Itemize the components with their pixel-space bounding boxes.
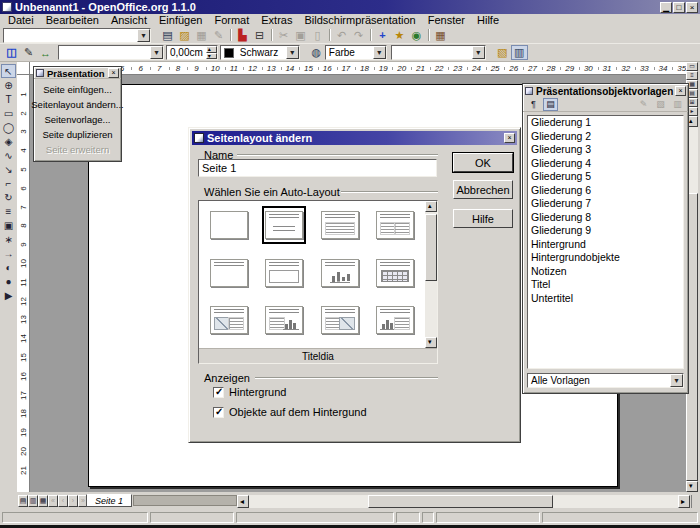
presentation-styles-icon[interactable]: ▤ <box>543 98 558 111</box>
layout-text-chart[interactable] <box>262 301 306 339</box>
export-pdf-icon[interactable]: ▙ <box>234 28 251 43</box>
lines-arrows-icon[interactable]: ↘ <box>1 162 16 176</box>
save-icon[interactable]: ▦ <box>193 28 210 43</box>
layout-picture-text[interactable] <box>207 301 251 339</box>
fill-color-combobox[interactable] <box>391 45 486 60</box>
style-item[interactable]: Gliederung 9 <box>528 224 683 238</box>
presentation-icon[interactable]: ▶ <box>1 288 16 302</box>
style-item[interactable]: Gliederung 1 <box>528 116 683 130</box>
scrollbar-thumb[interactable] <box>425 214 437 281</box>
fill-format-icon[interactable]: ✎ <box>636 98 651 111</box>
cancel-button[interactable]: Abbrechen <box>453 180 513 199</box>
palette-close-button[interactable]: × <box>108 68 119 78</box>
select-icon[interactable]: ↖ <box>1 64 16 78</box>
redo-icon[interactable]: ↷ <box>350 28 367 43</box>
style-item[interactable]: Titel <box>528 278 683 292</box>
scroll-right-icon[interactable] <box>678 495 690 508</box>
presentation-box-icon[interactable]: ▥ <box>511 45 528 60</box>
paragraph-styles-icon[interactable]: ¶ <box>526 98 541 111</box>
controls-icon[interactable]: ◉ <box>408 28 425 43</box>
style-item[interactable]: Gliederung 7 <box>528 197 683 211</box>
zoom-page-icon[interactable]: ◫ <box>3 45 20 60</box>
style-item[interactable]: Gliederung 4 <box>528 157 683 171</box>
layout-title-only[interactable] <box>207 254 251 292</box>
style-item[interactable]: Hintergrund <box>528 238 683 252</box>
rectangle-icon[interactable]: ▭ <box>1 106 16 120</box>
dropdown-arrow-icon[interactable] <box>472 46 485 59</box>
modify-page-layout-item[interactable]: Seitenlayout ändern... <box>34 97 121 112</box>
open-icon[interactable]: ▨ <box>176 28 193 43</box>
text-icon[interactable]: T <box>1 92 16 106</box>
scrollbar-thumb[interactable] <box>368 495 553 508</box>
style-item[interactable]: Gliederung 3 <box>528 143 683 157</box>
arrowheads-icon[interactable]: ↔ <box>37 45 54 60</box>
style-item[interactable]: Gliederung 6 <box>528 184 683 198</box>
help-button[interactable]: Hilfe <box>453 209 513 228</box>
menu-item[interactable]: Ansicht <box>105 14 153 27</box>
layout-blank[interactable] <box>207 206 251 244</box>
gluepoints-icon[interactable]: ● <box>1 274 16 288</box>
arrange-icon[interactable]: ▣ <box>1 218 16 232</box>
dropdown-arrow-icon[interactable] <box>373 46 386 59</box>
ellipse-icon[interactable]: ◯ <box>1 120 16 134</box>
connector-icon[interactable]: ⌐ <box>1 176 16 190</box>
menu-item[interactable]: Einfügen <box>153 14 208 27</box>
menu-item[interactable]: Hilfe <box>471 14 505 27</box>
line-color-combobox[interactable]: Schwarz <box>220 45 300 60</box>
scroll-left-icon[interactable] <box>237 495 249 508</box>
layout-title-two-content[interactable] <box>373 206 417 244</box>
style-item[interactable]: Notizen <box>528 265 683 279</box>
scroll-down-icon[interactable] <box>425 337 437 348</box>
insert-page-item[interactable]: Seite einfügen... <box>34 82 121 97</box>
shadow-icon[interactable]: ▧ <box>494 45 511 60</box>
layer-mode-icon[interactable]: ▦ <box>38 495 48 507</box>
undo-icon[interactable]: ↶ <box>333 28 350 43</box>
fill-type-combobox[interactable]: Farbe <box>325 45 387 60</box>
layout-title-subtitle[interactable] <box>262 206 306 244</box>
spin-down-icon[interactable] <box>206 53 217 60</box>
rotate-icon[interactable]: ↻ <box>1 190 16 204</box>
drawing-view-icon[interactable]: ▭ <box>686 62 698 71</box>
3d-controller-icon[interactable]: ◐ <box>1 260 16 274</box>
dialog-title-bar[interactable]: Seitenlayout ändern × <box>192 131 517 145</box>
menu-item[interactable]: Datei <box>2 14 40 27</box>
menu-item[interactable]: Fenster <box>422 14 471 27</box>
ok-button[interactable]: OK <box>453 153 513 172</box>
minimize-button[interactable]: ▁ <box>660 2 672 13</box>
alignment-icon[interactable]: ≡ <box>1 204 16 218</box>
page-name-input[interactable] <box>198 159 437 177</box>
outline-view-icon[interactable]: ≡ <box>686 71 698 80</box>
close-button[interactable]: × <box>686 2 698 13</box>
master-mode-icon[interactable]: ▥ <box>28 495 38 507</box>
palette-title-bar[interactable]: Präsentation × <box>34 67 121 79</box>
effects-icon[interactable]: ∗ <box>1 232 16 246</box>
print-icon[interactable]: ⊟ <box>251 28 268 43</box>
new-style-icon[interactable]: ▧ <box>653 98 668 111</box>
scrollbar-track[interactable] <box>425 212 437 337</box>
fill-color-icon[interactable]: ◍ <box>308 45 325 60</box>
zoom-icon[interactable]: ⊕ <box>1 78 16 92</box>
style-item[interactable]: Untertitel <box>528 292 683 306</box>
dropdown-arrow-icon[interactable] <box>286 46 299 59</box>
menu-item[interactable]: Extras <box>255 14 298 27</box>
style-item[interactable]: Hintergrundobjekte <box>528 251 683 265</box>
first-page-icon[interactable]: « <box>48 495 58 507</box>
duplicate-page-item[interactable]: Seite duplizieren <box>34 127 121 142</box>
expand-page-item[interactable]: Seite erweitern <box>34 142 121 157</box>
pen-icon[interactable]: ✎ <box>20 45 37 60</box>
interaction-icon[interactable]: → <box>1 246 16 260</box>
dropdown-arrow-icon[interactable] <box>670 374 683 387</box>
layout-chart-text[interactable] <box>373 301 417 339</box>
scroll-down-icon[interactable] <box>686 481 698 492</box>
prev-page-icon[interactable]: ‹ <box>58 495 68 507</box>
edit-file-icon[interactable]: ✎ <box>210 28 227 43</box>
page-mode-icon[interactable]: ▤ <box>18 495 28 507</box>
style-item[interactable]: Gliederung 8 <box>528 211 683 225</box>
restore-button[interactable]: □ <box>673 2 685 13</box>
scrollbar-track[interactable] <box>249 495 678 508</box>
update-style-icon[interactable]: ▥ <box>670 98 685 111</box>
navigator-icon[interactable]: + <box>374 28 391 43</box>
scroll-up-icon[interactable] <box>425 201 437 212</box>
3d-objects-icon[interactable]: ◈ <box>1 134 16 148</box>
layout-text-picture[interactable] <box>318 301 362 339</box>
